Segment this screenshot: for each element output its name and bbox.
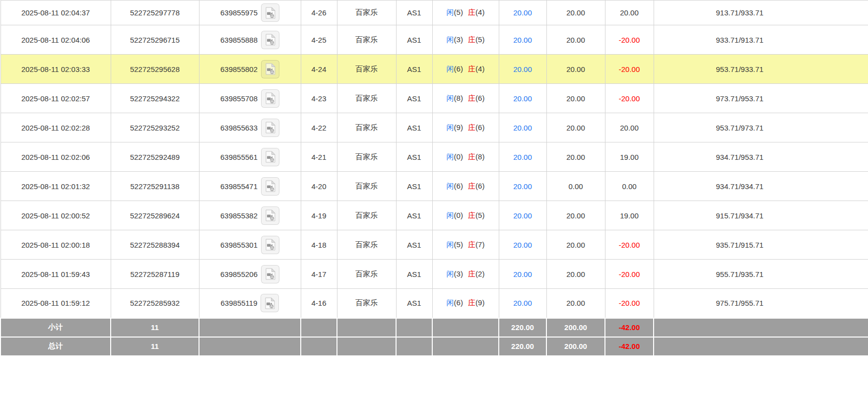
- round-cell: 4-18: [301, 230, 337, 260]
- summary-empty-cell: [432, 337, 499, 356]
- player-score: (3): [454, 35, 463, 44]
- player-label: 闲: [447, 240, 454, 249]
- player-label: 闲: [447, 298, 454, 307]
- video-replay-button[interactable]: [261, 89, 279, 108]
- table-name-cell: AS1: [396, 172, 432, 201]
- banker-label: 庄: [468, 182, 475, 190]
- round-cell: 4-23: [301, 84, 337, 113]
- game-id-text: 639855119: [221, 299, 258, 307]
- bet-id-cell: 522725293252: [111, 113, 199, 142]
- table-body: 2025-08-11 02:04:37 522725297778 6398559…: [0, 0, 868, 318]
- round-cell: 4-25: [301, 25, 337, 55]
- valid-bet-cell: 20.00: [546, 142, 605, 172]
- bet-id-cell: 522725288394: [111, 230, 199, 260]
- video-replay-button[interactable]: [261, 265, 279, 283]
- banker-label: 庄: [468, 270, 475, 278]
- summary-valid-total-cell: 200.00: [546, 318, 605, 337]
- game-name-cell: 百家乐: [337, 172, 396, 201]
- balance-cell: 975.71/955.71: [654, 289, 868, 318]
- game-id-text: 639855633: [220, 124, 258, 132]
- banker-score: (4): [475, 8, 484, 16]
- summary-count-cell: 11: [111, 318, 199, 337]
- table-row: 2025-08-11 02:04:06 522725296715 6398558…: [0, 25, 868, 55]
- bet-amount-link[interactable]: 20.00: [513, 94, 532, 103]
- banker-result: 庄(6): [468, 94, 484, 102]
- table-name-cell: AS1: [396, 260, 432, 289]
- banker-label: 庄: [468, 298, 475, 307]
- player-score: (6): [454, 182, 463, 190]
- banker-score: (9): [475, 298, 484, 307]
- table-name-cell: AS1: [396, 0, 432, 25]
- bet-amount-cell: 20.00: [499, 25, 546, 55]
- table-name-cell: AS1: [396, 142, 432, 172]
- banker-score: (4): [475, 65, 484, 73]
- round-cell: 4-16: [301, 289, 337, 318]
- table-row: 2025-08-11 02:02:06 522725292489 6398555…: [0, 142, 868, 172]
- banker-label: 庄: [468, 35, 475, 44]
- bet-time-cell: 2025-08-11 02:04:37: [0, 0, 111, 25]
- bet-amount-link[interactable]: 20.00: [513, 124, 532, 132]
- game-id-cell: 639855561: [199, 142, 301, 172]
- bet-amount-cell: 20.00: [499, 0, 546, 25]
- game-id-text: 639855471: [220, 182, 258, 191]
- player-result: 闲(3): [447, 35, 463, 44]
- bet-id-cell: 522725285932: [111, 289, 199, 318]
- banker-label: 庄: [468, 8, 475, 16]
- video-file-icon: [266, 34, 275, 46]
- balance-cell: 973.71/953.71: [654, 84, 868, 113]
- bet-amount-link[interactable]: 20.00: [513, 270, 532, 278]
- game-name-cell: 百家乐: [337, 289, 396, 318]
- video-replay-button[interactable]: [261, 31, 279, 49]
- valid-bet-cell: 0.00: [546, 172, 605, 201]
- banker-label: 庄: [468, 123, 475, 132]
- video-replay-button[interactable]: [261, 148, 279, 166]
- player-label: 闲: [447, 35, 454, 44]
- video-replay-button[interactable]: [261, 206, 279, 225]
- player-result: 闲(3): [447, 270, 463, 278]
- bet-id-cell: 522725296715: [111, 25, 199, 55]
- video-replay-button[interactable]: [261, 294, 279, 312]
- bet-amount-link[interactable]: 20.00: [513, 65, 532, 73]
- bet-amount-link[interactable]: 20.00: [513, 8, 532, 17]
- bet-amount-link[interactable]: 20.00: [513, 211, 532, 220]
- table-name-cell: AS1: [396, 113, 432, 142]
- balance-cell: 935.71/915.71: [654, 230, 868, 260]
- bet-amount-cell: 20.00: [499, 113, 546, 142]
- video-replay-button[interactable]: [261, 3, 279, 22]
- banker-score: (8): [475, 152, 484, 161]
- balance-cell: 915.71/934.71: [654, 201, 868, 230]
- video-replay-button[interactable]: [261, 236, 279, 254]
- player-score: (6): [454, 65, 463, 73]
- bet-amount-link[interactable]: 20.00: [513, 299, 532, 307]
- round-cell: 4-22: [301, 113, 337, 142]
- player-label: 闲: [447, 65, 454, 73]
- banker-score: (5): [475, 35, 484, 44]
- video-replay-button[interactable]: [261, 119, 279, 137]
- summary-empty-cell: [199, 337, 301, 356]
- video-replay-button[interactable]: [261, 60, 279, 78]
- game-id-cell: 639855119: [199, 289, 301, 318]
- result-cell: 闲(3) 庄(5): [432, 25, 499, 55]
- banker-result: 庄(9): [468, 298, 484, 307]
- round-cell: 4-19: [301, 201, 337, 230]
- player-label: 闲: [447, 182, 454, 190]
- bet-id-cell: 522725292489: [111, 142, 199, 172]
- bet-amount-link[interactable]: 20.00: [513, 153, 532, 161]
- round-cell: 4-21: [301, 142, 337, 172]
- valid-bet-cell: 20.00: [546, 84, 605, 113]
- round-cell: 4-24: [301, 55, 337, 84]
- video-file-icon: [266, 151, 275, 163]
- result-cell: 闲(6) 庄(6): [432, 172, 499, 201]
- game-id-cell: 639855802: [199, 55, 301, 84]
- video-replay-button[interactable]: [261, 177, 279, 196]
- win-loss-cell: 20.00: [605, 0, 654, 25]
- bet-amount-link[interactable]: 20.00: [513, 241, 532, 249]
- round-cell: 4-20: [301, 172, 337, 201]
- bet-amount-link[interactable]: 20.00: [513, 36, 532, 44]
- game-id-text: 639855708: [220, 94, 258, 103]
- bet-amount-link[interactable]: 20.00: [513, 182, 532, 191]
- summary-empty-cell: [654, 318, 868, 337]
- bet-time-cell: 2025-08-11 02:01:32: [0, 172, 111, 201]
- bet-id-cell: 522725297778: [111, 0, 199, 25]
- summary-label-cell: 小计: [0, 318, 111, 337]
